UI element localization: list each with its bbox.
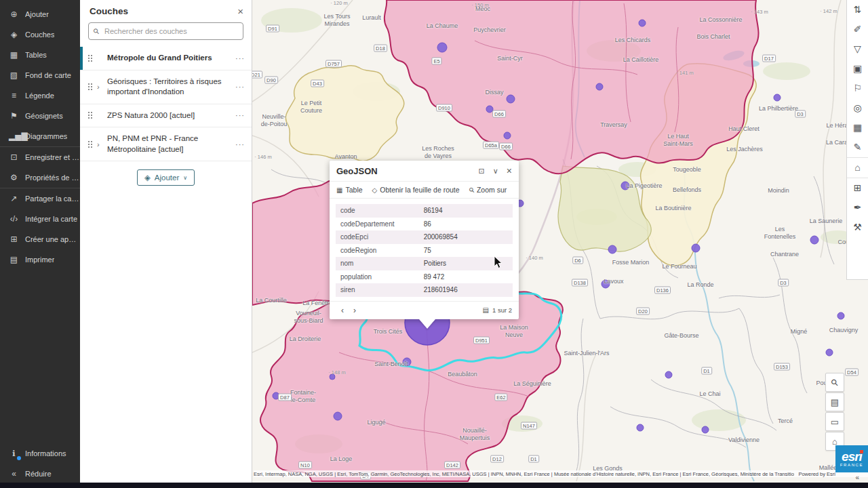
attribution-collapse-icon[interactable]: «	[855, 474, 859, 481]
popup-directions-button[interactable]: ◇ Obtenir la feuille de route	[372, 186, 460, 194]
feature-list-icon[interactable]: ▤	[483, 306, 489, 314]
road-shield: D757	[326, 60, 342, 68]
sidebar-item-ajouter[interactable]: ⊕ Ajouter	[0, 4, 80, 24]
map-place-label: Puychevrier	[473, 26, 506, 33]
tool-map-areas-icon[interactable]: ▣	[847, 59, 868, 79]
tool-basemap-icon[interactable]: ⌂	[847, 157, 868, 178]
collapse-icon: «	[9, 469, 19, 479]
tool-effects-icon[interactable]: ◎	[847, 98, 868, 118]
map-place-label: Fontaine- le-Comte	[290, 389, 316, 404]
sidebar-item-diagrammes[interactable]: ▂▅▇ Diagrammes	[0, 126, 80, 146]
search-input[interactable]	[103, 26, 238, 36]
map-place-label: Le Fourneau	[662, 263, 696, 270]
road-shield: N10	[298, 462, 312, 469]
map-place-label: Ligugé	[367, 419, 385, 426]
tool-sketch-icon[interactable]: ✐	[847, 20, 868, 39]
expand-chevron-icon[interactable]: ›	[97, 140, 103, 148]
elevation-label: 141 m	[676, 70, 693, 76]
sidebar-item-proprietes[interactable]: ⚙ Propriétés de la carte	[0, 167, 80, 188]
screen-button[interactable]: ▭	[825, 412, 844, 431]
attribute-value: 89 472	[424, 273, 445, 281]
share-icon: ↗	[9, 194, 19, 203]
drag-handle-icon[interactable]	[87, 54, 93, 62]
sidebar-item-legende[interactable]: ≡ Légende	[0, 85, 80, 106]
road-shield: D90	[264, 77, 278, 84]
tool-filter-icon[interactable]: ▽	[847, 39, 868, 59]
mouse-cursor	[494, 256, 503, 269]
tool-arrange-icon[interactable]: ⇅	[847, 0, 868, 20]
sidebar-item-integrer[interactable]: ‹/› Intégrer la carte	[0, 209, 80, 229]
sidebar-item-couches[interactable]: ◈ Couches	[0, 24, 80, 45]
previous-feature-button[interactable]: ‹	[336, 306, 349, 315]
road-shield: D142	[444, 462, 460, 469]
map-place-label: Les Fontenelles	[764, 226, 796, 241]
layer-title: Métropole du Grand Poitiers	[107, 53, 231, 64]
attribute-key: siren	[336, 286, 424, 293]
drag-handle-icon[interactable]	[87, 140, 93, 148]
popup-title: GeoJSON	[336, 166, 471, 176]
layer-item-pn-pnm-pnr[interactable]: › PN, PNM et PNR - France Métropolitaine…	[80, 127, 252, 161]
map-place-label: La Droiterie	[290, 336, 321, 342]
road-shield: E62	[494, 394, 507, 401]
popup-zoom-button[interactable]: ⚲ Zoom sur	[469, 186, 507, 194]
drag-handle-icon[interactable]	[87, 83, 93, 91]
layer-options-icon[interactable]: ···	[235, 83, 246, 91]
elevation-label: 142 m	[820, 8, 837, 14]
next-feature-button[interactable]: ›	[349, 306, 361, 315]
sidebar-item-reduire[interactable]: « Réduire	[0, 464, 80, 484]
road-shield: D17	[762, 55, 776, 62]
map-place-label: Bellefonds	[673, 186, 701, 193]
basemap-icon: ▧	[9, 70, 19, 80]
layer-options-icon[interactable]: ···	[235, 111, 246, 119]
sidebar-item-creer-application[interactable]: ⊞ Créer une application	[0, 229, 80, 249]
attribute-row: codeEpci 200069854	[336, 230, 513, 244]
printer-icon: ▤	[9, 255, 19, 264]
sidebar-item-enregistrer[interactable]: ⊡ Enregistrer et ouvrir	[0, 146, 80, 167]
esri-logo-mark	[860, 450, 863, 453]
drag-handle-icon[interactable]	[87, 111, 93, 119]
attribute-row: siren 218601946	[336, 283, 513, 297]
sidebar-item-tables[interactable]: ▦ Tables	[0, 45, 80, 65]
map-place-label: La Saunerie	[810, 218, 843, 224]
zoom-search-button[interactable]: ⚲	[825, 373, 844, 392]
layers-panel: Couches × ⚲ › Métropole du Grand Poitier…	[80, 0, 252, 483]
layer-options-icon[interactable]: ···	[235, 54, 246, 62]
chart-icon: ▂▅▇	[9, 131, 19, 141]
layer-item-georisques[interactable]: › Géorisques : Territoires à risques imp…	[80, 70, 252, 104]
close-icon[interactable]: ×	[507, 165, 512, 176]
add-layer-button[interactable]: ◈ Ajouter ∨	[137, 169, 195, 186]
panel-close-icon[interactable]: ×	[237, 6, 243, 16]
sidebar-item-geosignets[interactable]: ⚑ Géosignets	[0, 106, 80, 126]
tool-aggregation-icon[interactable]: ▦	[847, 118, 868, 138]
map-place-label: Chantrane	[770, 251, 799, 258]
popup-table-button[interactable]: ▦ Table	[336, 186, 363, 194]
map-place-label: Fosse Marion	[612, 259, 650, 266]
sidebar-item-fond-de-carte[interactable]: ▧ Fond de carte	[0, 65, 80, 85]
layer-item-zps-natura[interactable]: › ZPS Natura 2000 [actuel] ···	[80, 104, 252, 128]
map-place-label: La Courtille	[256, 297, 287, 304]
apps-icon: ⊞	[9, 235, 19, 244]
chevron-down-icon[interactable]: ∨	[493, 167, 498, 176]
expand-chevron-icon[interactable]: ›	[97, 83, 103, 91]
map-place-label: La Pigeotière	[626, 182, 662, 189]
feature-popup: GeoJSON ⊡ ∨ × ▦ Table ◇ Obtenir la feuil…	[330, 161, 519, 319]
dock-icon[interactable]: ⊡	[479, 167, 485, 176]
sidebar-item-imprimer[interactable]: ▤ Imprimer	[0, 249, 80, 270]
sidebar-item-informations[interactable]: ℹ Informations	[0, 443, 80, 464]
powered-by-esri: Powered by Esri	[798, 471, 835, 477]
popup-pointer	[419, 319, 435, 329]
map-place-label: La Loge	[330, 455, 353, 462]
tool-configure-icon[interactable]: ⊞	[847, 178, 868, 198]
layer-options-icon[interactable]: ···	[235, 140, 246, 148]
basemap-gallery-button[interactable]: ▤	[825, 392, 844, 411]
layers-icon: ◈	[144, 173, 151, 182]
map-place-label: Tougeoble	[673, 166, 701, 173]
tool-edit-icon[interactable]: ✎	[847, 138, 868, 157]
tool-measure-icon[interactable]: ✒	[847, 198, 868, 218]
tool-utility-icon[interactable]: ⚒	[847, 218, 868, 237]
selected-layer-accent	[80, 47, 83, 70]
tool-labels-icon[interactable]: ⚐	[847, 79, 868, 98]
map-place-label: Trois Cités	[374, 328, 403, 335]
sidebar-item-partager[interactable]: ↗ Partager la carte	[0, 188, 80, 209]
layer-item-metropole[interactable]: › Métropole du Grand Poitiers ···	[80, 47, 252, 70]
